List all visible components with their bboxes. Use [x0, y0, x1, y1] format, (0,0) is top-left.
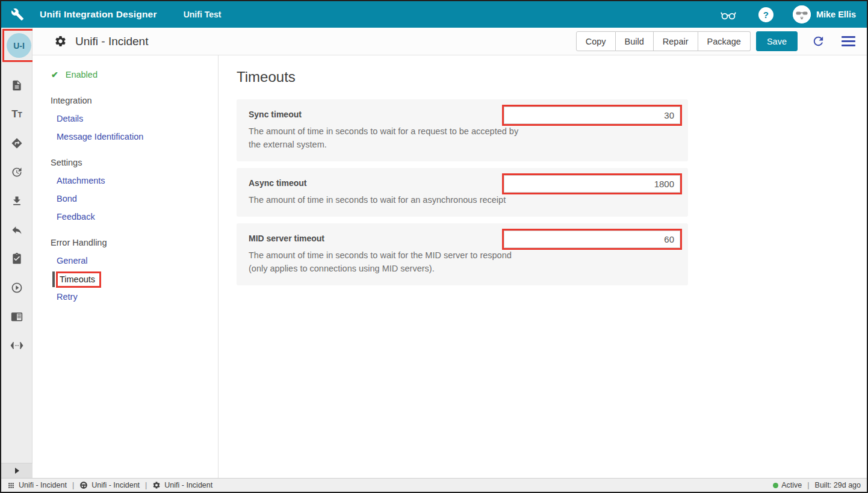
annotation-box-async-timeout — [502, 173, 682, 194]
help-icon[interactable]: ? — [758, 7, 773, 22]
statusbar-item-helm[interactable]: Unifi - Incident — [79, 481, 140, 489]
update-history-icon[interactable] — [1, 158, 33, 187]
copy-button[interactable]: Copy — [576, 31, 616, 51]
build-button[interactable]: Build — [616, 31, 654, 51]
enabled-label: Enabled — [66, 70, 98, 79]
integration-toolbar: Unifi - Incident Copy Build Repair Packa… — [33, 28, 867, 55]
wrench-logo-icon — [11, 8, 24, 21]
impersonate-glasses-icon[interactable] — [720, 8, 737, 21]
refresh-icon[interactable] — [811, 34, 825, 48]
document-icon[interactable] — [1, 71, 33, 100]
sync-timeout-description: The amount of time in seconds to wait fo… — [249, 125, 522, 151]
left-icon-rail: U-I TT — [1, 28, 33, 478]
chevron-right-icon — [15, 468, 19, 474]
expand-rail-button[interactable] — [1, 463, 33, 478]
reply-icon[interactable] — [1, 215, 33, 244]
async-timeout-description: The amount of time in seconds to wait fo… — [249, 193, 522, 206]
download-icon[interactable] — [1, 187, 33, 215]
directions-icon[interactable] — [1, 129, 33, 158]
gear-icon — [152, 481, 161, 489]
async-timeout-input[interactable] — [504, 175, 680, 193]
integration-gear-icon — [54, 35, 67, 48]
top-header: Unifi Integration Designer Unifi Test ? — [1, 1, 867, 28]
mid-server-timeout-description: The amount of time in seconds to wait fo… — [249, 249, 522, 275]
package-button[interactable]: Package — [698, 31, 751, 51]
built-ago-label: Built: 29d ago — [815, 481, 861, 489]
apps-grid-icon — [7, 482, 15, 489]
text-format-icon[interactable]: TT — [1, 100, 33, 129]
mid-server-timeout-card: MID server timeout The amount of time in… — [237, 223, 688, 285]
save-button[interactable]: Save — [756, 31, 798, 51]
nav-item-feedback[interactable]: Feedback — [57, 208, 218, 226]
page-title: Unifi - Incident — [75, 35, 148, 48]
active-status-label: Active — [781, 481, 802, 489]
nav-item-attachments[interactable]: Attachments — [57, 172, 218, 190]
content-title: Timeouts — [237, 69, 867, 85]
annotation-box-timeouts: Timeouts — [56, 271, 101, 288]
check-icon: ✔ — [51, 70, 58, 79]
sync-timeout-input[interactable] — [504, 107, 680, 124]
action-button-group: Copy Build Repair Package — [576, 31, 751, 51]
statusbar-item-settings[interactable]: Unifi - Incident — [152, 481, 212, 489]
active-indicator-bar — [52, 271, 55, 287]
statusbar-separator: | — [807, 481, 809, 489]
enabled-status: ✔ Enabled — [51, 66, 218, 84]
nav-item-message-identification[interactable]: Message Identification — [57, 128, 218, 146]
code-icon[interactable] — [1, 331, 33, 360]
menu-hamburger-icon[interactable] — [842, 34, 855, 49]
nav-heading-integration: Integration — [51, 91, 218, 110]
status-bar: Unifi - Incident | Unifi - Incident | Un… — [1, 478, 867, 492]
app-window: Unifi Integration Designer Unifi Test ? — [0, 0, 868, 493]
statusbar-separator: | — [72, 481, 74, 489]
app-title: Unifi Integration Designer — [40, 9, 157, 20]
nav-item-timeouts-row: Timeouts — [52, 271, 218, 288]
user-name[interactable]: Mike Ellis — [816, 10, 856, 19]
task-check-icon[interactable] — [1, 244, 33, 273]
user-avatar[interactable] — [793, 5, 811, 23]
environment-label[interactable]: Unifi Test — [184, 10, 222, 19]
mid-server-timeout-input[interactable] — [504, 231, 680, 248]
statusbar-separator: | — [145, 481, 147, 489]
main-content: Timeouts Sync timeout The amount of time… — [219, 55, 867, 478]
helm-icon — [79, 481, 88, 489]
annotation-box-sync-timeout — [502, 105, 682, 126]
annotation-box-mid-server-timeout — [502, 229, 682, 250]
settings-nav-panel: ✔ Enabled Integration Details Message Id… — [33, 55, 219, 478]
active-status-dot — [773, 483, 778, 488]
repair-button[interactable]: Repair — [654, 31, 698, 51]
annotation-box-avatar: U-I — [2, 29, 36, 62]
reader-book-icon[interactable] — [1, 302, 33, 331]
nav-item-bond[interactable]: Bond — [57, 190, 218, 208]
nav-item-general[interactable]: General — [57, 252, 218, 270]
statusbar-item-apps[interactable]: Unifi - Incident — [7, 481, 67, 489]
nav-item-timeouts[interactable]: Timeouts — [60, 274, 95, 284]
async-timeout-card: Async timeout The amount of time in seco… — [237, 168, 688, 217]
nav-item-retry[interactable]: Retry — [57, 288, 218, 306]
nav-heading-error-handling: Error Handling — [51, 234, 218, 252]
nav-item-details[interactable]: Details — [57, 110, 218, 128]
integration-avatar[interactable]: U-I — [7, 33, 31, 58]
nav-heading-settings: Settings — [51, 153, 218, 172]
play-circle-icon[interactable] — [1, 273, 33, 302]
sync-timeout-card: Sync timeout The amount of time in secon… — [237, 99, 688, 161]
